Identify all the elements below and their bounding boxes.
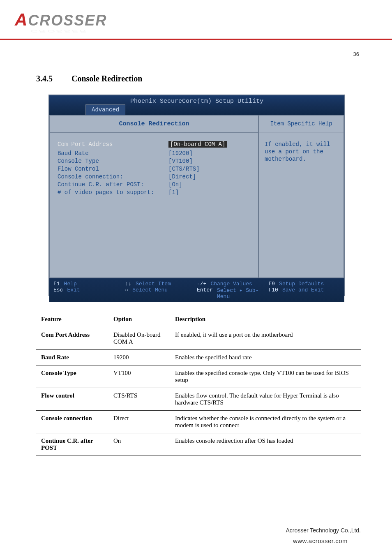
table-cell-option: 19200 (108, 350, 170, 365)
bios-item-label: Com Port Address (58, 141, 168, 148)
bios-item-row: # of video pages to support:[1] (58, 189, 251, 196)
table-cell-description: Enables the specified console type. Only… (170, 365, 361, 388)
table-cell-description: If enabled, it will use a port on the mo… (170, 327, 361, 350)
bios-item-label: Baud Rate (58, 150, 168, 157)
bios-item-label: # of video pages to support: (58, 189, 168, 196)
bios-footer-action: Select Menu (132, 287, 168, 300)
bios-footer-key: Esc (53, 287, 63, 300)
table-cell-option: VT100 (108, 365, 170, 388)
bios-help-title: Item Specific Help (259, 116, 344, 132)
bios-panel-title: Console Redirection (50, 116, 258, 133)
logo-reflection: CROSSER (30, 29, 130, 33)
page-number: 36 (353, 51, 359, 57)
table-header-row: Feature Option Description (36, 312, 361, 327)
bios-footer-key: F9 (269, 281, 275, 287)
table-cell-feature: Flow control (36, 388, 108, 411)
bios-footer-action: Select ▸ Sub-Menu (217, 287, 268, 300)
table-cell-feature: Console connection (36, 411, 108, 433)
table-header-description: Description (170, 312, 361, 327)
bios-item-value: [Direct] (168, 173, 196, 180)
table-row: Flow controlCTS/RTSEnables flow control.… (36, 388, 361, 411)
table-cell-option: Disabled On-board COM A (108, 327, 170, 350)
bios-item-row: Com Port Address[On-board COM A] (58, 141, 251, 148)
bios-item-value: [1] (168, 189, 179, 196)
bios-item-value: [19200] (168, 150, 193, 157)
bios-footer-item: ↔Select Menu (125, 287, 197, 300)
bios-left-panel: Console Redirection Com Port Address[On-… (49, 115, 258, 278)
bios-footer-item: EscExit (53, 287, 125, 300)
bios-item-row: Continue C.R. after POST:[On] (58, 181, 251, 188)
bios-footer-key: Enter (197, 287, 213, 300)
bios-footer-key: -/+ (197, 281, 206, 287)
table-cell-feature: Continue C.R. after POST (36, 433, 108, 456)
bios-item-label: Console Type (58, 158, 168, 164)
footer-company: Acrosser Technology Co.,Ltd. (286, 527, 361, 534)
table-row: Console connectionDirectIndicates whethe… (36, 411, 361, 433)
bios-tab-advanced: Advanced (85, 104, 125, 115)
logo-letter-rest: CROSSER (28, 12, 107, 29)
table-cell-feature: Com Port Address (36, 327, 108, 350)
bios-footer-item: -/+Change Values (197, 281, 269, 287)
section-title: Console Redirection (71, 74, 142, 83)
bios-footer-key: ↑↓ (125, 281, 132, 287)
bios-item-list: Com Port Address[On-board COM A]Baud Rat… (50, 133, 258, 205)
bios-footer-action: Help (64, 281, 77, 287)
bios-item-row: Console connection:[Direct] (58, 173, 251, 180)
bios-footer-action: Save and Exit (282, 287, 324, 300)
table-cell-option: CTS/RTS (108, 388, 170, 411)
bios-item-row: Console Type[VT100] (58, 158, 251, 164)
table-header-feature: Feature (36, 312, 108, 327)
table-row: Com Port AddressDisabled On-board COM AI… (36, 327, 361, 350)
bios-footer-item: EnterSelect ▸ Sub-Menu (197, 287, 269, 300)
table-row: Continue C.R. after POSTOnEnables consol… (36, 433, 361, 456)
section-number: 3.4.5 (36, 74, 53, 83)
table-cell-feature: Console Type (36, 365, 108, 388)
bios-item-label: Console connection: (58, 173, 168, 180)
bios-item-value: [CTS/RTS] (168, 166, 200, 172)
bios-footer-keys: F1Help↑↓Select Item-/+Change ValuesF9Set… (49, 278, 344, 302)
bios-item-value: [On] (168, 181, 182, 188)
bios-help-panel: Item Specific Help If enabled, it will u… (258, 115, 344, 278)
table-row: Console TypeVT100Enables the specified c… (36, 365, 361, 388)
bios-screenshot: Phoenix SecureCore(tm) Setup Utility Adv… (48, 95, 345, 296)
bios-footer-key: F10 (269, 287, 278, 300)
table-row: Baud Rate19200Enables the specified baud… (36, 350, 361, 365)
bios-item-value: [VT100] (168, 158, 193, 164)
table-cell-option: Direct (108, 411, 170, 433)
bios-item-label: Flow Control (58, 166, 168, 172)
feature-table: Feature Option Description Com Port Addr… (36, 312, 361, 456)
bios-footer-action: Select Item (136, 281, 171, 287)
bios-footer-key: F1 (53, 281, 60, 287)
bios-item-row: Flow Control[CTS/RTS] (58, 166, 251, 172)
bios-footer-key: ↔ (125, 287, 129, 300)
bios-tab-bar: Advanced (49, 106, 344, 115)
bios-footer-item: ↑↓Select Item (125, 281, 197, 287)
bios-footer-item: F10Save and Exit (269, 287, 341, 300)
header-divider (0, 39, 392, 40)
bios-footer-action: Setup Defaults (279, 281, 324, 287)
bios-footer-item: F1Help (53, 281, 125, 287)
table-cell-option: On (108, 433, 170, 456)
table-cell-description: Enables the specified baud rate (170, 350, 361, 365)
table-cell-feature: Baud Rate (36, 350, 108, 365)
footer-url: www.acrosser.com (293, 537, 348, 544)
logo-letter-a: A (15, 10, 28, 29)
bios-footer-action: Change Values (210, 281, 252, 287)
logo: ACROSSER CROSSER (15, 10, 130, 30)
bios-help-text: If enabled, it will use a port on the mo… (259, 132, 344, 171)
bios-item-label: Continue C.R. after POST: (58, 181, 168, 188)
table-cell-description: Enables flow control. The default value … (170, 388, 361, 411)
bios-item-row: Baud Rate[19200] (58, 150, 251, 157)
bios-item-value: [On-board COM A] (168, 141, 227, 148)
bios-footer-action: Exit (67, 287, 80, 300)
bios-footer-item: F9Setup Defaults (269, 281, 341, 287)
table-cell-description: Indicates whether the console is connect… (170, 411, 361, 433)
table-header-option: Option (108, 312, 170, 327)
table-cell-description: Enables console redirection after OS has… (170, 433, 361, 456)
